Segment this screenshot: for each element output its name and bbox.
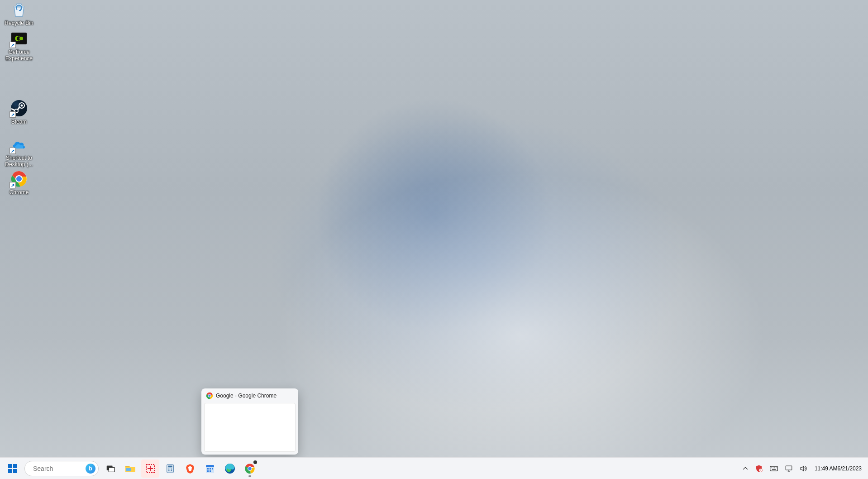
chevron-up-icon xyxy=(742,465,749,472)
taskbar-clock[interactable]: 11:49 AM 6/21/2023 xyxy=(811,460,865,478)
brave-icon xyxy=(185,463,196,474)
svg-rect-33 xyxy=(210,468,211,469)
edge-browser-button[interactable] xyxy=(221,460,239,478)
chrome-icon xyxy=(10,169,29,188)
calendar-icon xyxy=(205,463,215,474)
svg-point-40 xyxy=(248,467,252,470)
svg-rect-35 xyxy=(207,470,209,472)
desktop-icon-shortcut-desktop[interactable]: Shortcut to Desktop (... xyxy=(2,135,36,168)
tray-overflow-button[interactable] xyxy=(739,460,751,478)
shield-icon: ! xyxy=(755,465,763,473)
desktop-wallpaper[interactable] xyxy=(0,0,868,479)
svg-rect-36 xyxy=(210,470,211,472)
desktop-icon-label: GeForce Experience xyxy=(2,49,36,62)
desktop-icon-recycle-bin[interactable]: Recycle Bin xyxy=(2,0,36,26)
file-explorer-button[interactable] xyxy=(121,460,139,478)
taskbar-search[interactable]: b xyxy=(24,461,99,476)
desktop-icon-label: Chrome xyxy=(2,189,36,196)
shortcut-arrow-icon xyxy=(10,111,16,118)
desktop-icon-steam[interactable]: Steam xyxy=(2,99,36,125)
svg-point-8 xyxy=(16,176,22,182)
windows-logo-icon xyxy=(7,463,18,474)
snipping-tool-button[interactable] xyxy=(141,460,159,478)
svg-rect-25 xyxy=(168,465,172,467)
tray-keyboard-button[interactable] xyxy=(767,460,781,478)
steam-icon xyxy=(10,99,29,118)
svg-rect-49 xyxy=(786,466,792,470)
tray-security-button[interactable]: ! xyxy=(752,460,766,478)
svg-point-29 xyxy=(171,470,172,471)
clock-date: 6/21/2023 xyxy=(838,465,862,472)
taskbar: b xyxy=(0,457,868,479)
task-view-icon xyxy=(105,464,115,474)
desktop-icon-chrome[interactable]: Chrome xyxy=(2,169,36,196)
start-button[interactable] xyxy=(4,460,22,478)
svg-text:!: ! xyxy=(760,469,761,472)
desktop-icon-label: Recycle Bin xyxy=(2,20,36,26)
calculator-button[interactable] xyxy=(161,460,179,478)
svg-rect-32 xyxy=(207,468,209,469)
svg-rect-34 xyxy=(212,468,213,469)
bing-chat-icon[interactable]: b xyxy=(86,464,95,474)
calendar-button[interactable] xyxy=(201,460,219,478)
shortcut-arrow-icon xyxy=(10,182,16,188)
svg-rect-14 xyxy=(8,469,12,473)
svg-point-1 xyxy=(19,37,23,40)
notification-dot-icon xyxy=(253,460,257,464)
thumbnail-body[interactable] xyxy=(204,403,296,452)
desktop-icon-geforce[interactable]: GeForce Experience xyxy=(2,29,36,62)
clock-time: 11:49 AM xyxy=(815,465,838,472)
folder-icon xyxy=(124,463,136,474)
onedrive-icon xyxy=(10,135,29,154)
shortcut-arrow-icon xyxy=(10,42,16,48)
svg-rect-20 xyxy=(126,468,131,471)
keyboard-icon xyxy=(769,464,778,473)
svg-point-27 xyxy=(171,468,172,469)
svg-point-26 xyxy=(168,468,169,469)
snipping-tool-icon xyxy=(145,463,156,474)
chrome-icon xyxy=(244,463,255,474)
svg-point-4 xyxy=(21,105,23,107)
tray-volume-button[interactable] xyxy=(796,460,810,478)
svg-rect-43 xyxy=(770,466,778,471)
desktop-icon-label: Shortcut to Desktop (... xyxy=(2,155,36,168)
search-input[interactable] xyxy=(33,465,112,472)
nvidia-icon xyxy=(10,29,29,48)
speaker-icon xyxy=(799,465,807,473)
svg-rect-12 xyxy=(8,464,12,468)
chrome-icon xyxy=(206,392,213,399)
tray-network-button[interactable] xyxy=(782,460,796,478)
chrome-browser-button[interactable] xyxy=(241,460,259,478)
svg-point-28 xyxy=(168,470,169,471)
svg-rect-15 xyxy=(13,469,17,473)
task-view-button[interactable] xyxy=(101,460,119,478)
thumbnail-title: Google - Google Chrome xyxy=(216,393,277,399)
svg-rect-19 xyxy=(109,467,114,472)
monitor-network-icon xyxy=(785,465,793,473)
edge-icon xyxy=(224,463,235,474)
brave-browser-button[interactable] xyxy=(181,460,199,478)
recycle-bin-icon xyxy=(10,0,29,19)
svg-rect-31 xyxy=(206,467,214,473)
taskbar-thumbnail-preview[interactable]: Google - Google Chrome xyxy=(201,388,298,455)
desktop-icon-label: Steam xyxy=(2,119,36,125)
svg-rect-13 xyxy=(13,464,17,468)
calculator-icon xyxy=(165,464,175,474)
svg-point-11 xyxy=(208,394,210,397)
shortcut-arrow-icon xyxy=(10,148,16,154)
system-tray: ! xyxy=(739,458,865,479)
